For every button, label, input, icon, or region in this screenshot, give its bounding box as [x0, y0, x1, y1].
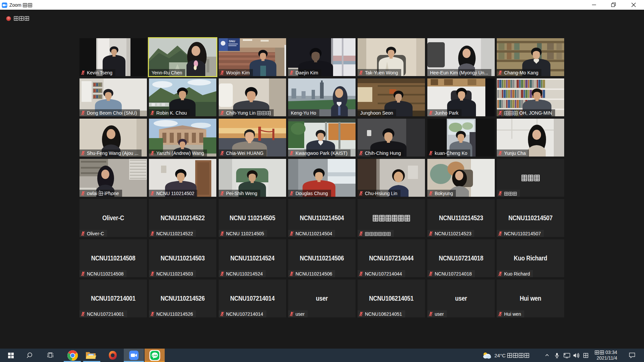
svg-text:LINE: LINE — [152, 354, 157, 356]
svg-text:SNU: SNU — [229, 40, 235, 43]
